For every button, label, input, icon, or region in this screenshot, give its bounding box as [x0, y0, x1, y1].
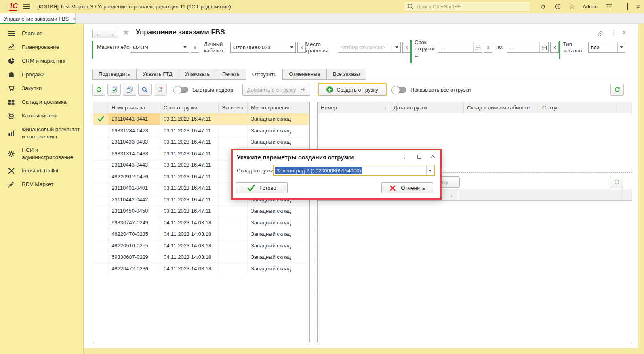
sidebar-item-10[interactable]: Infostart Toolkit: [0, 164, 83, 178]
storage-combobox[interactable]: <отбор отключен>: [338, 42, 401, 53]
link-icon[interactable]: [596, 30, 604, 38]
sidebar-item-3[interactable]: CRM и маркетинг: [0, 54, 83, 68]
order-row[interactable]: 23110441-044103.11.2023 16:47:11Западный…: [93, 113, 309, 125]
forward-button[interactable]: →: [105, 29, 118, 38]
order-storage-cell[interactable]: Западный склад: [248, 228, 309, 240]
order-number-cell[interactable]: 46220912-0456: [108, 171, 160, 182]
shipment-orders-col2[interactable]: [457, 189, 623, 200]
order-express-cell[interactable]: [219, 125, 248, 136]
order-check-cell[interactable]: [93, 240, 108, 251]
order-row[interactable]: 23110433-043303.11.2023 16:47:11Западный…: [93, 136, 309, 148]
sidebar-item-8[interactable]: Финансовый результат и контроллинг: [0, 123, 83, 143]
order-deadline-cell[interactable]: 03.11.2023 16:47:11: [160, 171, 219, 182]
maximize-button[interactable]: [627, 4, 628, 10]
main-menu-icon[interactable]: [23, 4, 30, 9]
order-number-cell[interactable]: 23110441-0441: [108, 113, 160, 125]
order-number-cell[interactable]: 46220472-0236: [108, 263, 160, 274]
order-row[interactable]: 46220472-023604.11.2023 14:03:18Западный…: [93, 263, 309, 275]
order-express-cell[interactable]: [219, 217, 248, 228]
sidebar-item-6[interactable]: Склад и доставка: [0, 95, 83, 109]
tab-4[interactable]: Печать: [216, 69, 246, 80]
order-check-cell[interactable]: [93, 171, 108, 182]
dropdown-button[interactable]: [181, 42, 189, 52]
shipments-column-header[interactable]: Номер↓: [318, 102, 390, 113]
order-number-cell[interactable]: 69331284-0428: [108, 125, 160, 136]
account-clear-button[interactable]: x: [297, 42, 306, 53]
order-type-select[interactable]: все: [588, 42, 625, 53]
dropdown-button[interactable]: [393, 42, 400, 52]
orders-column-header[interactable]: Срок отгрузки: [160, 102, 219, 113]
notifications-bell-icon[interactable]: [540, 3, 547, 10]
order-check-cell[interactable]: [93, 136, 108, 148]
order-number-cell[interactable]: 46220510-0255: [108, 240, 160, 251]
panel-splitter[interactable]: [314, 83, 314, 343]
order-express-cell[interactable]: [219, 263, 248, 274]
order-check-cell[interactable]: [93, 148, 108, 159]
order-express-cell[interactable]: [219, 113, 248, 125]
sidebar-item-1[interactable]: Главное: [0, 27, 83, 40]
ship-warehouse-combobox[interactable]: Зеленоград 2 (1020000865154000): [273, 165, 435, 176]
sidebar-item-2[interactable]: Планирование: [0, 40, 83, 54]
order-row[interactable]: 69330687-022904.11.2023 14:03:18Западный…: [93, 251, 309, 263]
order-number-cell[interactable]: 46220470-0235: [108, 228, 160, 240]
ship-to-clear-button[interactable]: x: [550, 42, 559, 53]
orders-column-header[interactable]: Номер заказа: [108, 102, 160, 113]
orders-table[interactable]: Номер заказаСрок отгрузкиЭкспрессМесто х…: [93, 102, 310, 343]
order-number-cell[interactable]: 23110401-0401: [108, 182, 160, 194]
order-deadline-cell[interactable]: 04.11.2023 14:03:18: [160, 263, 219, 274]
uncheck-all-button[interactable]: [123, 84, 136, 96]
order-check-cell[interactable]: [93, 263, 108, 274]
order-row[interactable]: 46220510-025504.11.2023 14:03:18Западный…: [93, 240, 309, 252]
order-check-cell[interactable]: [93, 182, 108, 194]
order-express-cell[interactable]: [219, 205, 248, 217]
order-deadline-cell[interactable]: 03.11.2023 16:47:11: [160, 125, 219, 136]
document-tab-fbs[interactable]: Управление заказами FBS ×: [0, 13, 76, 24]
dialog-maximize-icon[interactable]: [417, 155, 421, 159]
order-check-cell[interactable]: [93, 205, 108, 217]
order-deadline-cell[interactable]: 03.11.2023 16:47:11: [160, 205, 219, 217]
tab-6[interactable]: Отмененные: [283, 69, 326, 80]
tab-2[interactable]: Указать ГТД: [136, 69, 178, 80]
order-check-cell[interactable]: [93, 113, 108, 125]
search-button[interactable]: [138, 84, 152, 96]
order-deadline-cell[interactable]: 04.11.2023 14:03:18: [160, 228, 219, 240]
order-deadline-cell[interactable]: 04.11.2023 14:03:18: [160, 251, 219, 263]
order-deadline-cell[interactable]: 04.11.2023 14:03:18: [160, 217, 219, 228]
dialog-cancel-button[interactable]: Отменить: [381, 182, 433, 193]
settings-menu-icon[interactable]: [605, 4, 612, 10]
ship-from-date-input[interactable]: . .: [438, 42, 482, 53]
shipments-column-header[interactable]: Статус: [539, 102, 616, 113]
order-row[interactable]: 23110450-045003.11.2023 16:47:11Западный…: [93, 205, 309, 217]
calendar-icon[interactable]: [473, 42, 482, 52]
order-storage-cell[interactable]: Западный склад: [248, 136, 309, 148]
marketplace-clear-button[interactable]: x: [191, 42, 199, 53]
history-clock-icon[interactable]: [554, 3, 561, 10]
order-number-cell[interactable]: 23110433-0433: [108, 136, 160, 148]
dropdown-button[interactable]: [617, 42, 625, 52]
order-number-cell[interactable]: 23110443-0443: [108, 159, 160, 171]
tab-close-icon[interactable]: ×: [72, 16, 76, 22]
sidebar-item-5[interactable]: Закупки: [0, 82, 83, 95]
favorites-star-icon[interactable]: ☆: [569, 2, 575, 11]
shipments-refresh-button[interactable]: [610, 84, 624, 96]
tab-3[interactable]: Упаковать: [179, 69, 216, 80]
order-storage-cell[interactable]: Западный склад: [248, 263, 309, 274]
global-search-input[interactable]: Поиск Ctrl+Shift+F: [404, 2, 530, 12]
order-express-cell[interactable]: [219, 228, 248, 240]
order-number-cell[interactable]: 23110442-0442: [108, 194, 160, 205]
order-express-cell[interactable]: [219, 136, 248, 148]
more-kebab-icon[interactable]: ⋮: [611, 29, 617, 36]
order-deadline-cell[interactable]: 03.11.2023 16:47:11: [160, 194, 219, 205]
sidebar-item-7[interactable]: Казначейство: [0, 109, 83, 123]
quick-pick-toggle[interactable]: [174, 87, 188, 93]
order-deadline-cell[interactable]: 03.11.2023 16:47:11: [160, 182, 219, 194]
create-shipment-button[interactable]: Создать отгрузку: [318, 84, 386, 96]
sidebar-item-11[interactable]: RDV Маркет: [0, 178, 83, 191]
orders-table-body[interactable]: 23110441-044103.11.2023 16:47:11Западный…: [93, 113, 309, 343]
shipment-orders-refresh-button[interactable]: [610, 176, 623, 188]
add-to-shipment-button[interactable]: Добавить в отгрузку: [242, 84, 310, 96]
ship-to-date-input[interactable]: . .: [507, 42, 549, 53]
order-number-cell[interactable]: 69330687-0229: [108, 251, 160, 263]
dropdown-button[interactable]: [288, 42, 295, 52]
show-all-shipments-toggle[interactable]: [392, 87, 406, 93]
